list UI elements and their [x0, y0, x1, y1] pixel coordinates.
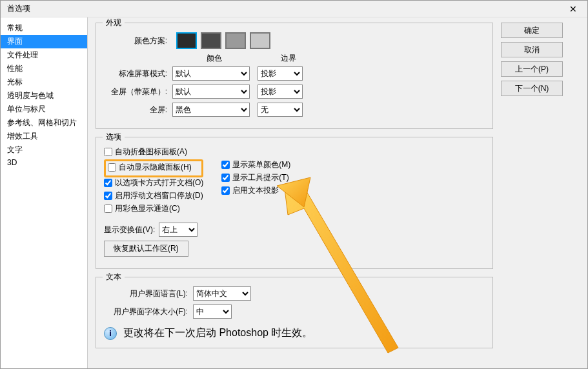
cancel-button[interactable]: 取消 — [501, 42, 563, 57]
swatch-light[interactable] — [250, 32, 270, 49]
sidebar-item-general[interactable]: 常规 — [1, 21, 87, 35]
close-icon[interactable]: ✕ — [563, 4, 583, 14]
standard-screen-boundary-select[interactable]: 投影 — [258, 66, 303, 81]
ui-language-select[interactable]: 简体中文 — [193, 286, 251, 301]
options-group-title: 选项 — [103, 132, 125, 143]
fullscreen-menu-label: 全屏（带菜单）: — [104, 86, 167, 97]
show-transform-label: 显示变换值(V): — [104, 224, 155, 235]
standard-screen-label: 标准屏幕模式: — [104, 68, 167, 79]
info-text: 更改将在下一次启动 Photoshop 时生效。 — [123, 326, 312, 340]
main-panel: 外观 颜色方案: 颜色 边界 标准屏幕模式: 默认 投影 — [88, 17, 501, 368]
sidebar-item-units[interactable]: 单位与标尺 — [1, 103, 87, 116]
titlebar: 首选项 ✕ — [1, 1, 587, 17]
text-group-title: 文本 — [103, 272, 125, 283]
opt-menu-colors-checkbox[interactable] — [221, 161, 230, 169]
opt-tooltips-checkbox[interactable] — [221, 174, 230, 182]
fullscreen-menu-color-select[interactable]: 默认 — [172, 85, 250, 99]
opt-text-shadow[interactable]: 启用文本投影 — [221, 185, 290, 196]
opt-color-channels[interactable]: 用彩色显示通道(C) — [104, 203, 203, 214]
opt-auto-collapse-checkbox[interactable] — [104, 148, 112, 156]
header-boundary: 边界 — [263, 53, 314, 64]
fullscreen-boundary-select[interactable]: 无 — [258, 103, 303, 117]
ui-language-label: 用户界面语言(L): — [104, 288, 188, 299]
opt-text-shadow-checkbox[interactable] — [221, 186, 230, 195]
opt-menu-colors[interactable]: 显示菜单颜色(M) — [221, 159, 290, 170]
text-group: 文本 用户界面语言(L): 简体中文 用户界面字体大小(F): 中 i 更改将在… — [96, 277, 493, 348]
content: 常规 界面 文件处理 性能 光标 透明度与色域 单位与标尺 参考线、网格和切片 … — [1, 17, 587, 368]
sidebar-item-plugins[interactable]: 增效工具 — [1, 130, 87, 143]
fullscreen-label: 全屏: — [104, 105, 167, 115]
sidebar-item-performance[interactable]: 性能 — [1, 62, 87, 75]
ui-font-select[interactable]: 中 — [193, 304, 232, 319]
sidebar-item-transparency[interactable]: 透明度与色域 — [1, 89, 87, 103]
swatch-dark[interactable] — [176, 32, 197, 49]
preferences-window: 首选项 ✕ 常规 界面 文件处理 性能 光标 透明度与色域 单位与标尺 参考线、… — [0, 0, 588, 369]
options-group: 选项 自动折叠图标面板(A) 自动显示隐藏面板(H) 以选项卡方式打开文档(O)… — [96, 137, 493, 269]
opt-auto-collapse[interactable]: 自动折叠图标面板(A) — [104, 146, 203, 157]
ui-font-label: 用户界面字体大小(F): — [104, 306, 188, 317]
header-color: 颜色 — [172, 53, 256, 64]
opt-tooltips[interactable]: 显示工具提示(T) — [221, 172, 290, 183]
sidebar-item-type[interactable]: 文字 — [1, 143, 87, 157]
opt-auto-show-hidden[interactable]: 自动显示隐藏面板(H) — [108, 162, 199, 173]
ok-button[interactable]: 确定 — [501, 23, 563, 38]
restore-workspace-button[interactable]: 恢复默认工作区(R) — [104, 241, 188, 257]
sidebar: 常规 界面 文件处理 性能 光标 透明度与色域 单位与标尺 参考线、网格和切片 … — [1, 17, 88, 368]
standard-screen-color-select[interactable]: 默认 — [172, 66, 250, 81]
swatch-medium-light[interactable] — [225, 32, 246, 49]
opt-floating-dock[interactable]: 启用浮动文档窗口停放(D) — [104, 190, 203, 201]
appearance-group-title: 外观 — [103, 17, 125, 28]
highlight-box: 自动显示隐藏面板(H) — [104, 159, 203, 177]
info-icon: i — [104, 327, 117, 340]
sidebar-item-cursors[interactable]: 光标 — [1, 75, 87, 89]
opt-auto-show-hidden-checkbox[interactable] — [108, 163, 116, 172]
right-panel: 确定 取消 上一个(P) 下一个(N) — [501, 17, 572, 368]
sidebar-item-guides[interactable]: 参考线、网格和切片 — [1, 116, 87, 130]
fullscreen-menu-boundary-select[interactable]: 投影 — [258, 85, 303, 99]
window-title: 首选项 — [5, 3, 30, 14]
opt-open-tabs-checkbox[interactable] — [104, 179, 112, 187]
sidebar-item-file-handling[interactable]: 文件处理 — [1, 48, 87, 62]
next-button[interactable]: 下一个(N) — [501, 81, 563, 96]
sidebar-item-interface[interactable]: 界面 — [1, 35, 87, 48]
swatch-medium-dark[interactable] — [201, 32, 221, 49]
show-transform-select[interactable]: 右上 — [159, 223, 198, 237]
fullscreen-color-select[interactable]: 黑色 — [172, 103, 250, 117]
opt-color-channels-checkbox[interactable] — [104, 204, 112, 213]
color-scheme-label: 颜色方案: — [104, 35, 167, 46]
sidebar-item-3d[interactable]: 3D — [1, 157, 87, 168]
opt-open-tabs[interactable]: 以选项卡方式打开文档(O) — [104, 177, 203, 188]
opt-floating-dock-checkbox[interactable] — [104, 192, 112, 200]
appearance-group: 外观 颜色方案: 颜色 边界 标准屏幕模式: 默认 投影 — [96, 23, 493, 129]
prev-button[interactable]: 上一个(P) — [501, 61, 563, 77]
